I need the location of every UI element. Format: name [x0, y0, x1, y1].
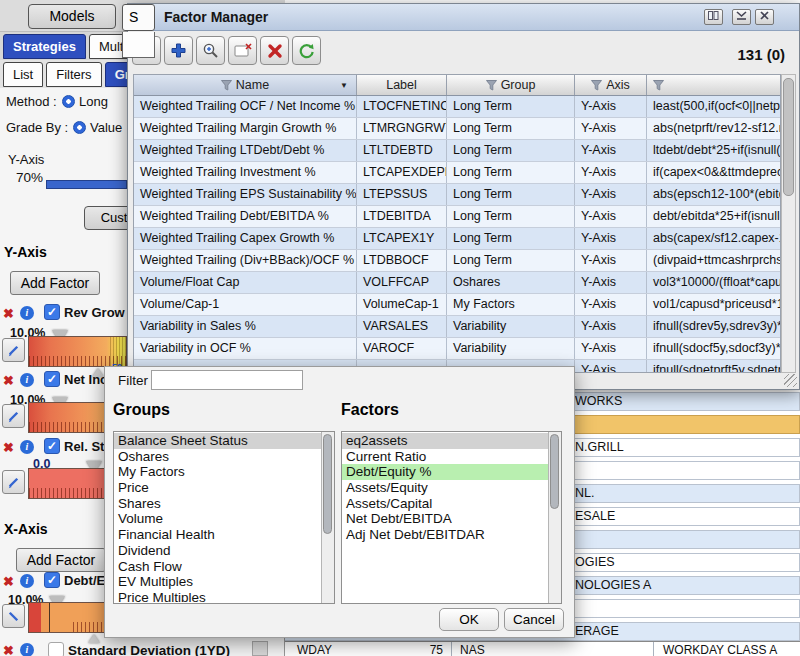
delete-button[interactable] [260, 36, 289, 65]
factor-list-item[interactable]: Assets/Equity [342, 480, 548, 496]
label-cell: LTCAPEX1Y [357, 228, 447, 249]
filter-funnel-icon[interactable] [653, 80, 664, 91]
edit-factor-button[interactable] [2, 604, 25, 628]
range-marker-icon[interactable] [88, 634, 100, 643]
column-header-axis[interactable]: Axis [575, 75, 647, 95]
column-header-formula[interactable] [647, 75, 780, 95]
partially-hidden-controls: S [122, 3, 156, 58]
factor-row[interactable]: Variability in OCF % VAROCF Variability … [134, 338, 780, 360]
factor-checkbox[interactable]: ✓ [44, 371, 60, 387]
remove-factor-icon[interactable]: ✖ [3, 307, 14, 320]
factor-list-item[interactable]: Current Ratio [342, 449, 548, 465]
dialog-toolbar: X [128, 32, 799, 70]
group-list-item[interactable]: Volume [114, 511, 321, 527]
factor-row[interactable]: Weighted Trailing Debt/EBITDA % LTDEBITD… [134, 206, 780, 228]
factor-checkbox[interactable]: ✓ [44, 304, 60, 320]
factor-row[interactable]: Weighted Trailing OCF / Net Income % LTO… [134, 96, 780, 118]
clear-button[interactable] [228, 36, 257, 65]
factor-row[interactable]: Volume/Cap-1 VolumeCap-1 My Factors Y-Ax… [134, 294, 780, 316]
filter-funnel-icon[interactable] [221, 80, 232, 91]
info-icon[interactable]: i [20, 574, 34, 588]
factor-list-item[interactable]: Debt/Equity % [342, 464, 548, 480]
zoom-button[interactable] [196, 36, 225, 65]
add-factor-button[interactable] [164, 36, 193, 65]
factor-list-item[interactable]: Net Debt/EBITDA [342, 511, 548, 527]
groups-listbox: Balance Sheet StatusOsharesMy FactorsPri… [113, 431, 335, 604]
group-list-item[interactable]: My Factors [114, 464, 321, 480]
factor-row[interactable]: Weighted Trailing LTDebt/Debt % LTLTDEBT… [134, 140, 780, 162]
strategy-tab[interactable]: Strategies [3, 34, 86, 59]
remove-factor-icon[interactable]: ✖ [3, 374, 14, 387]
factor-checkbox-unchecked[interactable] [48, 642, 64, 656]
scrollbar-thumb[interactable] [323, 434, 332, 534]
popup-filter-input[interactable] [151, 370, 303, 390]
remove-factor-icon[interactable]: ✖ [3, 644, 14, 656]
group-list-item[interactable]: Dividend [114, 543, 321, 559]
factor-list-item[interactable]: Adj Net Debt/EBITDAR [342, 527, 548, 543]
axis-cell: Y-Axis [575, 118, 647, 139]
factor-row[interactable]: Weighted Trailing Margin Growth % LTMRGN… [134, 118, 780, 140]
filter-funnel-icon[interactable] [591, 80, 602, 91]
group-list-item[interactable]: Price [114, 480, 321, 496]
factor-checkbox[interactable]: ✓ [44, 438, 60, 454]
factor-list-item[interactable]: eq2assets [342, 433, 548, 449]
info-icon[interactable]: i [20, 306, 34, 320]
close-button[interactable] [755, 9, 774, 25]
groups-scrollbar[interactable] [321, 432, 334, 603]
filter-funnel-icon[interactable] [486, 80, 497, 91]
partial-s-button[interactable]: S [122, 4, 155, 31]
resize-grip-icon[interactable] [784, 374, 797, 387]
factors-scrollbar[interactable] [548, 432, 561, 603]
group-list-item[interactable]: Oshares [114, 449, 321, 465]
axis-cell: Y-Axis [575, 206, 647, 227]
dialog-title-bar[interactable]: Factor Manager [128, 4, 799, 31]
group-list-item[interactable]: Shares [114, 496, 321, 512]
column-title: Label [386, 78, 417, 92]
info-icon[interactable]: i [20, 440, 34, 454]
models-button[interactable]: Models [28, 4, 116, 29]
add-factor-button-yaxis[interactable]: Add Factor [10, 271, 100, 295]
info-icon[interactable]: i [20, 643, 34, 656]
scrollbar-thumb[interactable] [783, 78, 794, 196]
remove-factor-icon[interactable]: ✖ [3, 441, 14, 454]
factor-row[interactable]: Variability in Sales % VARSALES Variabil… [134, 316, 780, 338]
cancel-button[interactable]: Cancel [504, 608, 564, 631]
column-header-group[interactable]: Group [447, 75, 575, 95]
factor-row[interactable]: Weighted Trailing Investment % LTCAPEXDE… [134, 162, 780, 184]
group-list-item[interactable]: Price Multiples [114, 590, 321, 602]
factor-row[interactable]: Weighted Trailing (Div+BBack)/OCF % LTDB… [134, 250, 780, 272]
view-tab[interactable]: Filters [46, 62, 101, 87]
ok-button[interactable]: OK [439, 608, 499, 631]
scrollbar-thumb[interactable] [550, 434, 559, 509]
grade-by-value-radio[interactable] [73, 121, 86, 134]
sort-descending-icon[interactable]: ▼ [340, 81, 348, 90]
factor-row[interactable]: Volume/Float Cap VOLFFCAP Oshares Y-Axis… [134, 272, 780, 294]
group-list-item[interactable]: Balance Sheet Status [114, 433, 321, 449]
minimize-button[interactable] [732, 9, 751, 25]
name-cell: Weighted Trailing Investment % [134, 162, 357, 183]
column-header-name[interactable]: Name ▼ [134, 75, 357, 95]
factor-label: Net Inc [64, 372, 107, 387]
watchlist-row-wday[interactable]: WDAY 75 NAS WORKDAY CLASS A [285, 641, 800, 656]
edit-factor-button[interactable] [2, 470, 25, 494]
factor-list-item[interactable]: Assets/Capital [342, 496, 548, 512]
info-icon[interactable]: i [20, 373, 34, 387]
factor-row[interactable]: Weighted Trailing EPS Sustainability % L… [134, 184, 780, 206]
add-factor-button-xaxis[interactable]: Add Factor [16, 548, 106, 572]
column-header-label[interactable]: Label [357, 75, 447, 95]
table-vertical-scrollbar[interactable] [781, 74, 796, 373]
group-list-item[interactable]: EV Multiples [114, 574, 321, 590]
remove-factor-icon[interactable]: ✖ [3, 575, 14, 588]
edit-factor-button[interactable] [2, 338, 25, 362]
edit-factor-button[interactable] [2, 404, 25, 428]
group-list-item[interactable]: Cash Flow [114, 559, 321, 575]
view-tab[interactable]: List [3, 62, 43, 87]
refresh-button[interactable] [292, 36, 321, 65]
factor-row[interactable]: Weighted Trailing Capex Growth % LTCAPEX… [134, 228, 780, 250]
panel-scrollbar[interactable] [252, 641, 268, 656]
factor-checkbox[interactable]: ✓ [44, 572, 60, 588]
yaxis-percent-slider[interactable] [46, 180, 127, 189]
method-long-radio[interactable] [62, 95, 75, 108]
group-list-item[interactable]: Financial Health [114, 527, 321, 543]
split-view-button[interactable] [704, 9, 723, 25]
